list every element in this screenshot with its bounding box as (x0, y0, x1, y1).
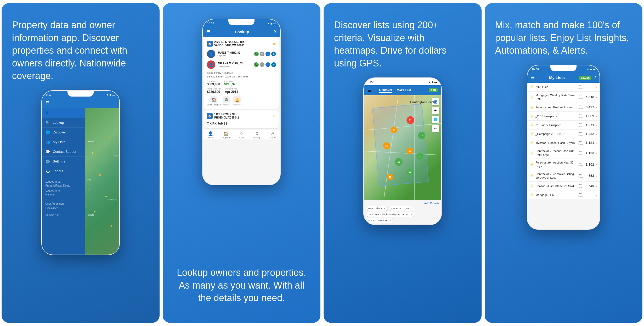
discover-btn[interactable]: Discover (379, 88, 393, 93)
tab-view[interactable]: ☆ View (234, 131, 249, 139)
list-row-8[interactable]: ⚡ Foreclosure - Auction Next 30 Days •••… (527, 159, 600, 170)
phone-icon-1[interactable]: 📞 (254, 52, 259, 56)
criteria-pill-3-remove[interactable]: ✕ (389, 219, 391, 222)
criteria-pill-1: Owner Occ?: No ✕ (389, 206, 414, 211)
list-row-10[interactable]: ⚡ Realtor - Just Listed-Just Sold •••Mor… (527, 182, 600, 190)
drawer-item-settings[interactable]: ⚙️ Settings (42, 157, 85, 166)
globe-btn[interactable]: 🌐 (432, 116, 439, 123)
facebook-icon-1[interactable]: f (265, 52, 270, 56)
house-icon-2: 🏠 (207, 113, 213, 119)
bolt-icon-5: ⚡ (530, 132, 534, 136)
owner-occupied-icon: 🏠 (210, 96, 217, 103)
drawer-item-logout[interactable]: ⏻ Logout (42, 166, 85, 176)
list-more-7[interactable]: •••More (578, 150, 583, 155)
list-more-10[interactable]: •••More (578, 183, 583, 188)
nav-bar-2: ☰ Lookup ? (203, 27, 280, 37)
property-details-1: Single Family Residence 3 Beds; 3 Baths;… (207, 70, 276, 79)
panel-3-text: Discover lists using 200+ criteria. Visu… (334, 19, 471, 70)
star-icon-1[interactable]: ★ (272, 41, 276, 46)
list-row-1[interactable]: ⚡ Mortgage - Wealthy Rate Term Refi •••M… (527, 92, 600, 103)
city-label: Huntington Beach (410, 100, 435, 104)
criteria-pill-1-remove[interactable]: ✕ (410, 207, 412, 210)
linkedin-icon-2[interactable]: in (271, 62, 276, 67)
tab-manage[interactable]: ⚙ Manage (249, 131, 265, 139)
hamburger-icon-2[interactable]: ☰ (206, 29, 210, 34)
drawer-item-mylists[interactable]: 👥 My Lists (42, 137, 85, 147)
status-icons-3: ▲ ◆ ▬ (428, 81, 437, 83)
list-more-6[interactable]: •••More (578, 140, 583, 145)
disclaimer-link[interactable]: Disclaimer (46, 206, 81, 210)
help-icon-2[interactable]: ? (274, 29, 276, 34)
help-icon-4[interactable]: ? (594, 75, 596, 80)
email-icon-2[interactable]: ✉ (260, 62, 264, 67)
list-row-9[interactable]: ⚡ Contractor - Pre Mover Listing 90 Days… (527, 170, 600, 182)
tab-person[interactable]: 👤 Person (203, 131, 218, 139)
pencil-btn[interactable]: ✏ (432, 125, 439, 132)
list-name-10: Realtor - Just Listed-Just Sold (535, 184, 577, 188)
list-row-6[interactable]: ⚡ Investor - Recent Cash Buyers •••More … (527, 138, 600, 147)
person-title-2: Homemaker (217, 65, 252, 68)
list-row-2[interactable]: ⚡ Foreclosure - Preforeclosure •••More 3… (527, 103, 600, 112)
list-more-3[interactable]: •••More (578, 114, 583, 119)
list-more-0[interactable]: •••More (578, 85, 583, 89)
notifications-btn[interactable]: 🔔 Notification (233, 96, 242, 106)
list-more-4[interactable]: •••More (578, 122, 583, 127)
value-row-2: Purchased For $326,800 Owned Since Apr 2… (207, 87, 276, 94)
criteria-pill-2: Type: SFR - Single Family,CND - Con... ✕ (366, 212, 415, 217)
phone-1: 9:17 ▲ ◆ ▬ ☰ ☰ 🔍 Lookup (41, 90, 120, 255)
list-row-4[interactable]: ⚡ 01 Status: Prospect •••More 1,271 › (527, 121, 600, 130)
value-row-1: Est Value $509,600 Est Equity $215,370 (207, 79, 276, 87)
list-more-5[interactable]: •••More (578, 131, 583, 136)
tab-share[interactable]: ↗ Share (265, 131, 280, 139)
list-name-2: Foreclosure - Preforeclosure (535, 105, 577, 109)
list-row-5[interactable]: ⚡ _Campaign 2019-11-01 •••More 1,232 › (527, 130, 600, 138)
phone-icon-2[interactable]: 📞 (254, 62, 259, 67)
criteria-pill-0-remove[interactable]: ✕ (383, 207, 386, 210)
linkedin-icon-1[interactable]: in (271, 52, 276, 56)
discover-nav: ☰ Discover Make List 298 (364, 85, 441, 95)
hamburger-icon-1[interactable]: ☰ (46, 100, 49, 105)
facebook-icon-2[interactable]: f (265, 62, 270, 67)
list-more-1[interactable]: •••More (578, 95, 583, 100)
list-name-6: Investor - Recent Cash Buyers (535, 141, 577, 145)
person-row-1: 👤 JAMES T KIRK, 82 Captain 📞 ✉ f in (207, 49, 276, 59)
list-more-2[interactable]: •••More (578, 105, 583, 110)
list-chevron-11: › (596, 193, 597, 197)
bolt-icon-4: ⚡ (530, 123, 534, 127)
cluster-19: 19 (406, 168, 413, 175)
star-icon-2[interactable]: ☆ (272, 114, 276, 119)
list-more-9[interactable]: •••More (578, 173, 583, 178)
list-more-11[interactable]: •••More (578, 192, 583, 197)
list-chevron-8: › (596, 162, 597, 166)
drawer-item-discover[interactable]: 🌐 Discover (42, 128, 85, 137)
user-agreement-link[interactable]: User Agreement (46, 201, 81, 206)
panel-1: Property data and owner information app.… (2, 3, 160, 323)
status-time-3: 11:26 (368, 80, 375, 83)
list-row-3[interactable]: ⚡ _2019 Prospects •••More 1,669 › (527, 112, 600, 121)
tab-property[interactable]: 🏠 Property (218, 131, 234, 139)
discover-title-group: Discover Make List (379, 88, 411, 93)
status-time-4: 10:08 (532, 68, 539, 71)
list-count-9: 553 (585, 174, 594, 178)
list-more-8[interactable]: •••More (578, 162, 583, 167)
bolt-icon-0: ⚡ (530, 85, 534, 89)
list-row-0[interactable]: ⚡ NTS Filed •••More › (527, 83, 600, 92)
criteria-pill-0: Map: 1 shape ✕ (366, 206, 388, 211)
hamburger-icon-4[interactable]: ☰ (531, 75, 535, 80)
owner-occupied-btn[interactable]: 🏠 Owner Occupied (207, 96, 221, 106)
absentee-btn[interactable]: 🏚 Absentee (223, 96, 230, 106)
list-chevron-10: › (596, 184, 597, 188)
property-address-row-2: 🏠 1122 E GWEN ST PHOENIX, AZ 85042 ☆ (207, 113, 276, 119)
hamburger-icon-3[interactable]: ☰ (368, 88, 371, 93)
list-row-11[interactable]: ⚡ Mortgage - PMI •••More › (527, 190, 600, 199)
drawer-item-support[interactable]: 💬 Contact Support (42, 147, 85, 157)
person-row-2: 👤 ARLENE M KIRK, 83 Homemaker 📞 ✉ f in (207, 59, 276, 70)
criteria-pill-2-remove[interactable]: ✕ (411, 213, 413, 216)
email-icon-1[interactable]: ✉ (260, 52, 264, 56)
navigation-btn[interactable]: ✈ (432, 107, 439, 114)
add-criteria-link[interactable]: Add Criteria (366, 201, 439, 206)
logged-in-to-label: Logged in to: (46, 189, 81, 193)
drawer-item-lookup[interactable]: 🔍 Lookup (42, 118, 85, 128)
make-list-btn[interactable]: Make List (397, 88, 411, 92)
list-row-7[interactable]: ⚡ Contractor - Recent Cash Out Refi Larg… (527, 147, 600, 159)
